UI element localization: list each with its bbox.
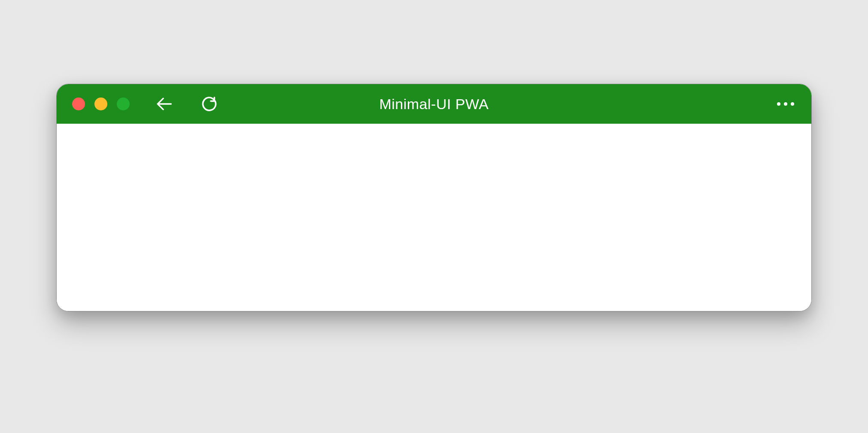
minimize-button[interactable] — [94, 98, 107, 110]
maximize-button[interactable] — [117, 98, 130, 110]
reload-icon — [200, 95, 217, 113]
arrow-left-icon — [155, 95, 173, 113]
window-menu — [775, 94, 796, 114]
app-window: Minimal-UI PWA — [56, 84, 812, 311]
window-title: Minimal-UI PWA — [379, 96, 489, 113]
more-horizontal-icon — [777, 102, 794, 106]
nav-controls — [154, 94, 219, 114]
reload-button[interactable] — [198, 94, 219, 114]
more-button[interactable] — [775, 94, 796, 114]
content-area — [57, 124, 811, 311]
close-button[interactable] — [72, 98, 85, 110]
traffic-lights — [72, 98, 130, 110]
titlebar: Minimal-UI PWA — [57, 84, 811, 124]
back-button[interactable] — [154, 94, 174, 114]
